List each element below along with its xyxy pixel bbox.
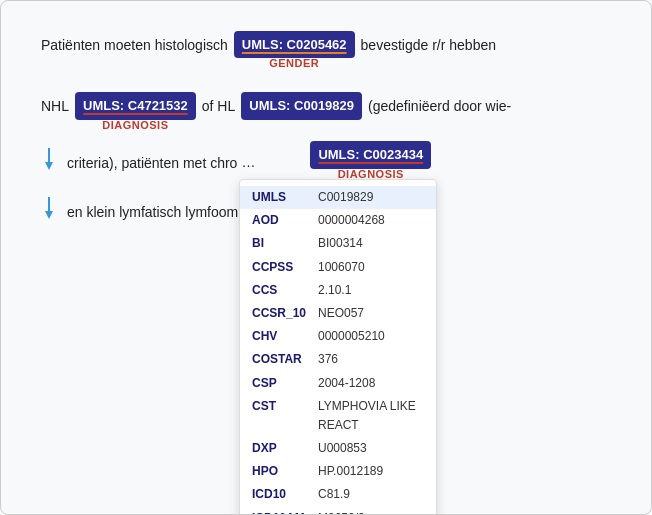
line4-pre-text: en klein lymfatisch lymfoom xyxy=(67,198,238,226)
dropdown-value: 1006070 xyxy=(318,258,365,277)
dropdown-value: HP.0012189 xyxy=(318,462,383,481)
dropdown-key: AOD xyxy=(252,211,312,230)
dropdown-value: LYMPHOVIA LIKE REACT xyxy=(318,397,424,435)
dropdown-key: CCSR_10 xyxy=(252,304,312,323)
dropdown-item-umls[interactable]: UMLSC0019829 xyxy=(240,186,436,209)
dropdown-value: NEO057 xyxy=(318,304,364,323)
dropdown-value: C81.9 xyxy=(318,485,350,504)
dropdown-key: CCPSS xyxy=(252,258,312,277)
line2-badge2-group: UMLS: C0019829 xyxy=(241,92,362,119)
dropdown-value: 2.10.1 xyxy=(318,281,351,300)
dropdown-item-icd10[interactable]: ICD10C81.9 xyxy=(240,483,436,506)
dropdown-item-ccs[interactable]: CCS2.10.1 xyxy=(240,279,436,302)
dropdown-item-dxp[interactable]: DXPU000853 xyxy=(240,437,436,460)
line1-post-text: bevestigde r/r hebben xyxy=(361,31,496,59)
dropdown-key: DXP xyxy=(252,439,312,458)
umls-dropdown: UMLSC0019829AOD0000004268BIBI00314CCPSS1… xyxy=(239,179,437,515)
umls-badge-c0019829[interactable]: UMLS: C0019829 xyxy=(241,92,362,119)
line1-badge-group: UMLS: C0205462 GENDER xyxy=(234,31,355,74)
line2-badge1-group: UMLS: C4721532 DIAGNOSIS xyxy=(75,92,196,135)
line2-post-text: (gedefiniëerd door wie- xyxy=(368,92,511,120)
dropdown-key: HPO xyxy=(252,462,312,481)
dropdown-value: 0000004268 xyxy=(318,211,385,230)
dropdown-key: ICD10 xyxy=(252,485,312,504)
dropdown-value: C0019829 xyxy=(318,188,373,207)
arrow-down-1 xyxy=(41,148,61,178)
dropdown-key: CST xyxy=(252,397,312,435)
line3-pre-text: criteria), patiënten met chro xyxy=(67,149,237,177)
dropdown-key: CSP xyxy=(252,374,312,393)
dropdown-value: 376 xyxy=(318,350,338,369)
dropdown-item-ccsr_10[interactable]: CCSR_10NEO057 xyxy=(240,302,436,325)
dropdown-item-costar[interactable]: COSTAR376 xyxy=(240,348,436,371)
dropdown-value: U000853 xyxy=(318,439,367,458)
dropdown-key: BI xyxy=(252,234,312,253)
dropdown-value: M9650/3 xyxy=(318,509,365,515)
arrow-down-2 xyxy=(41,197,61,227)
line3-ellipsis: … xyxy=(241,150,256,175)
dropdown-key: CCS xyxy=(252,281,312,300)
line1-pre-text: Patiënten moeten histologisch xyxy=(41,31,228,59)
dropdown-key: CHV xyxy=(252,327,312,346)
dropdown-item-ccpss[interactable]: CCPSS1006070 xyxy=(240,256,436,279)
dropdown-item-bi[interactable]: BIBI00314 xyxy=(240,232,436,255)
dropdown-item-chv[interactable]: CHV0000005210 xyxy=(240,325,436,348)
svg-marker-1 xyxy=(45,162,53,170)
dropdown-value: 2004-1208 xyxy=(318,374,375,393)
dropdown-key: UMLS xyxy=(252,188,312,207)
svg-marker-3 xyxy=(45,211,53,219)
dropdown-item-csp[interactable]: CSP2004-1208 xyxy=(240,372,436,395)
dropdown-key: COSTAR xyxy=(252,350,312,369)
dropdown-item-hpo[interactable]: HPOHP.0012189 xyxy=(240,460,436,483)
dropdown-value: BI00314 xyxy=(318,234,363,253)
dropdown-item-icd10am[interactable]: ICD10AMM9650/3 xyxy=(240,507,436,515)
dropdown-value: 0000005210 xyxy=(318,327,385,346)
dropdown-item-aod[interactable]: AOD0000004268 xyxy=(240,209,436,232)
dropdown-key: ICD10AM xyxy=(252,509,312,515)
line2-mid-text: of HL xyxy=(202,92,235,120)
line2-pre-text: NHL xyxy=(41,92,69,120)
dropdown-item-cst[interactable]: CSTLYMPHOVIA LIKE REACT xyxy=(240,395,436,437)
